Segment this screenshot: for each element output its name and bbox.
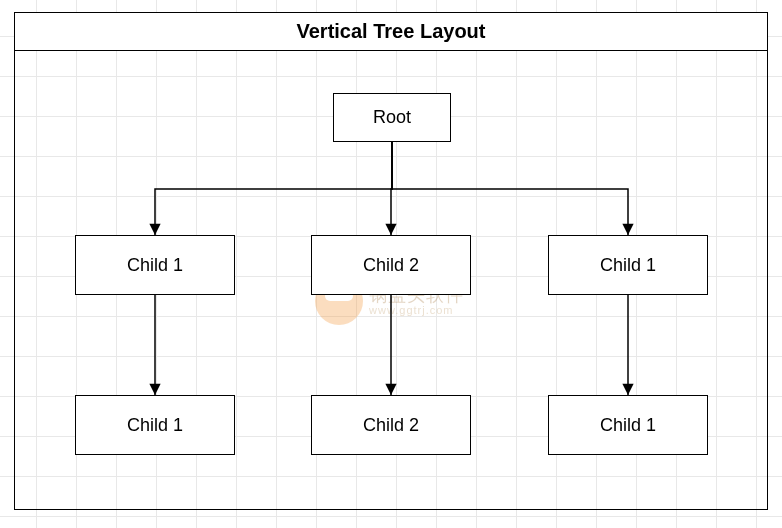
edge xyxy=(392,142,628,235)
node-label: Child 1 xyxy=(127,255,183,276)
node-child-3: Child 1 xyxy=(548,235,708,295)
edge xyxy=(155,142,392,235)
node-label: Child 1 xyxy=(600,255,656,276)
node-child-2: Child 2 xyxy=(311,235,471,295)
node-label: Child 1 xyxy=(600,415,656,436)
node-label: Child 2 xyxy=(363,255,419,276)
node-root: Root xyxy=(333,93,451,142)
node-label: Child 1 xyxy=(127,415,183,436)
diagram-canvas: 锅盖头软件 www.ggtrj.com Root Child 1 Child 2… xyxy=(15,51,767,509)
diagram-title: Vertical Tree Layout xyxy=(15,13,767,51)
node-label: Root xyxy=(373,107,411,128)
node-grandchild-2: Child 2 xyxy=(311,395,471,455)
node-label: Child 2 xyxy=(363,415,419,436)
node-grandchild-1: Child 1 xyxy=(75,395,235,455)
node-child-1: Child 1 xyxy=(75,235,235,295)
node-grandchild-3: Child 1 xyxy=(548,395,708,455)
diagram-frame: Vertical Tree Layout 锅盖头软件 www.ggtrj.com… xyxy=(14,12,768,510)
